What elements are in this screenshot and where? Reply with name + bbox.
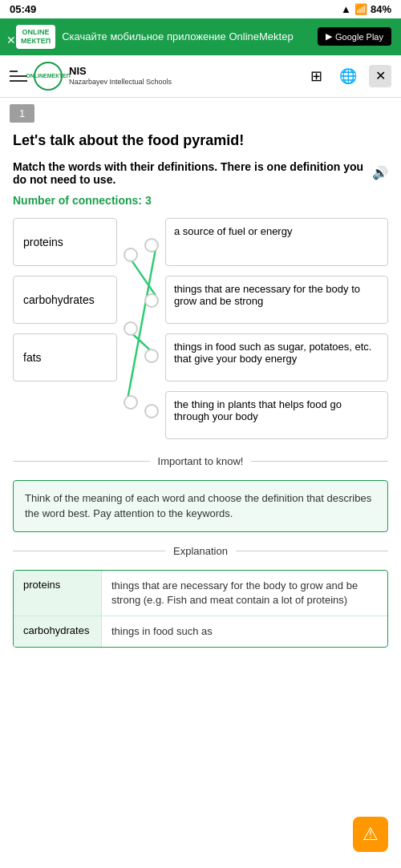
explanation-row-proteins: proteins things that are necessary for t…: [14, 571, 387, 616]
connectors-area: [117, 218, 165, 439]
important-label: Important to know!: [158, 455, 244, 467]
divider-exp-right: [236, 551, 388, 551]
banner-logo: ONLINE МЕКТЕП: [16, 25, 55, 49]
left-words: proteins carbohydrates fats: [13, 218, 117, 439]
status-bar: 05:49 ▲ 📶 84%: [0, 0, 401, 18]
signal-icon: 📶: [354, 3, 367, 15]
right-dot-1[interactable]: [144, 293, 159, 308]
def-grow[interactable]: things that are necessary for the body t…: [165, 276, 388, 324]
nav-bar: ONLINE МЕКТЕП NIS Nazarbayev Intellectua…: [0, 55, 401, 98]
status-right: ▲ 📶 84%: [341, 3, 391, 15]
right-dot-0[interactable]: [144, 238, 159, 252]
divider-exp-left: [13, 551, 165, 551]
right-dot-3[interactable]: [144, 404, 159, 418]
exp-word-carbohydrates: carbohydrates: [14, 616, 102, 647]
def-plants[interactable]: the thing in plants that helps food go t…: [165, 391, 388, 439]
main-content: Let's talk about the food pyramid! Match…: [0, 123, 401, 658]
play-icon: ▶: [326, 31, 332, 42]
left-dot-2[interactable]: [124, 395, 138, 410]
nis-label: NIS Nazarbayev Intellectual Schools: [69, 65, 172, 86]
word-fats[interactable]: fats: [13, 333, 117, 382]
def-fuel[interactable]: a source of fuel or energy: [165, 218, 388, 266]
warning-icon: ⚠: [363, 824, 379, 845]
globe-icon[interactable]: 🌐: [337, 65, 359, 87]
word-carbohydrates[interactable]: carbohydrates: [13, 276, 117, 324]
slide-number: 1: [10, 104, 34, 123]
close-button[interactable]: ✕: [369, 65, 391, 87]
instruction-text: Match the words with their definitions. …: [13, 160, 388, 186]
exp-word-proteins: proteins: [14, 571, 102, 616]
battery-label: 84%: [371, 3, 391, 15]
banner-text: Скачайте мобильное приложение OnlineMekt…: [62, 30, 293, 42]
explanation-label: Explanation: [173, 545, 228, 557]
explanation-table: proteins things that are necessary for t…: [13, 570, 388, 648]
left-dot-1[interactable]: [124, 321, 138, 336]
right-definitions: a source of fuel or energy things that a…: [165, 218, 388, 439]
hamburger-menu-icon[interactable]: [10, 71, 27, 82]
exp-def-proteins: things that are necessary for the body t…: [102, 571, 387, 616]
status-time: 05:49: [10, 3, 36, 15]
left-dot-0[interactable]: [124, 248, 138, 262]
divider-right: [251, 461, 388, 462]
sound-icon[interactable]: 🔊: [372, 165, 388, 180]
important-divider: Important to know!: [13, 455, 388, 467]
divider-left: [13, 461, 150, 462]
banner-left: ✕ ONLINE МЕКТЕП Скачайте мобильное прило…: [10, 25, 294, 49]
grid-icon[interactable]: ⊞: [305, 65, 327, 87]
page-title: Let's talk about the food pyramid!: [13, 132, 388, 149]
explanation-row-carbohydrates: carbohydrates things in food such as: [14, 616, 387, 647]
nav-logo: ONLINE МЕКТЕП: [34, 62, 63, 91]
right-dot-2[interactable]: [144, 349, 159, 363]
def-sugar[interactable]: things in food such as sugar, potatoes, …: [165, 333, 388, 382]
warning-fab-button[interactable]: ⚠: [353, 817, 388, 852]
exp-def-carbohydrates: things in food such as: [102, 616, 222, 647]
banner-close-icon[interactable]: ✕: [6, 34, 16, 46]
hint-box: Think of the meaning of each word and ch…: [13, 480, 388, 532]
top-banner: ✕ ONLINE МЕКТЕП Скачайте мобильное прило…: [0, 18, 401, 55]
connections-count: Number of connections: 3: [13, 194, 388, 207]
wifi-icon: ▲: [341, 3, 351, 15]
nav-left: ONLINE МЕКТЕП NIS Nazarbayev Intellectua…: [10, 62, 172, 91]
word-proteins[interactable]: proteins: [13, 218, 117, 266]
nav-right: ⊞ 🌐 ✕: [305, 65, 391, 87]
matching-container: proteins carbohydrates fats: [13, 218, 388, 439]
google-play-button[interactable]: ▶ Google Play: [318, 27, 391, 46]
explanation-divider: Explanation: [13, 545, 388, 557]
